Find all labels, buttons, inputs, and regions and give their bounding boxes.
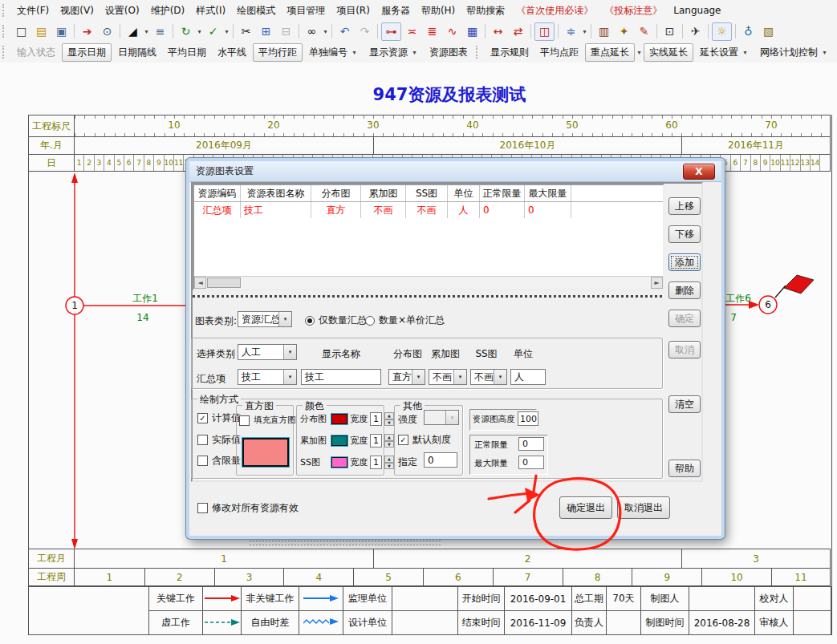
dropdown-arrow-icon[interactable]: ▾: [322, 28, 329, 35]
copy-icon[interactable]: ⊞: [257, 23, 275, 40]
menu-maintain[interactable]: 维护(D): [145, 2, 191, 20]
cut-icon[interactable]: ✂: [237, 23, 255, 40]
menu-server[interactable]: 服务器: [376, 2, 416, 20]
menu-project-mgmt[interactable]: 项目管理: [281, 2, 331, 20]
dist-width-spinner[interactable]: ▲▼: [384, 412, 394, 426]
report-books-icon[interactable]: ▥: [595, 23, 613, 40]
chart-height-input[interactable]: 100: [518, 411, 538, 426]
average-date-button[interactable]: 平均日期: [163, 43, 211, 62]
resource-list[interactable]: 资源编码资源表图名称分布图累加图SS图单位正常限量最大限量 汇总项技工直方不画不…: [193, 184, 664, 290]
ss-width-input[interactable]: 1: [370, 456, 382, 469]
spin-up-icon[interactable]: ▲: [384, 434, 394, 441]
chevron-down-icon[interactable]: ▾: [283, 370, 296, 384]
key-extend-button[interactable]: 重点延长: [585, 43, 635, 62]
ss-select[interactable]: 不画 ▾: [470, 369, 507, 385]
curve-icon[interactable]: ∿: [443, 23, 461, 40]
separate-number-button[interactable]: 单独编号▾: [304, 43, 363, 62]
menu-help[interactable]: 帮助(H): [416, 2, 461, 20]
network-plan-icon[interactable]: ⊶: [381, 22, 401, 41]
radio-quantity-sum[interactable]: 仅数量汇总: [305, 314, 367, 327]
dropdown-arrow-icon[interactable]: ▾: [411, 49, 418, 56]
ok-exit-button[interactable]: 确定退出: [559, 496, 612, 519]
dropdown-arrow-icon[interactable]: ▾: [821, 49, 828, 56]
spin-up-icon[interactable]: ▲: [384, 412, 394, 419]
category-select[interactable]: 人工 ▾: [238, 344, 297, 360]
dist-select[interactable]: 直方 ▾: [388, 369, 425, 385]
horizontal-scrollbar[interactable]: ◄ ►: [194, 276, 663, 289]
help-button[interactable]: 帮助: [668, 460, 701, 477]
chevron-down-icon[interactable]: ▾: [283, 345, 296, 359]
extend-settings-button[interactable]: 延长设置▾: [695, 43, 754, 62]
dropdown-arrow-icon[interactable]: ▾: [581, 28, 588, 35]
task-table-icon[interactable]: ≣: [423, 23, 441, 40]
baseline-icon[interactable]: ≍: [403, 23, 421, 40]
dropdown-arrow-icon[interactable]: ▾: [223, 28, 230, 35]
find-icon[interactable]: ∞: [303, 23, 321, 40]
redo-icon[interactable]: ↷: [356, 23, 374, 40]
resource-chart-icon[interactable]: ◫: [534, 22, 555, 41]
spell-check-icon[interactable]: ✓: [204, 23, 222, 40]
dist-width-input[interactable]: 1: [370, 412, 382, 426]
dropdown-arrow-icon[interactable]: ▾: [143, 28, 150, 35]
scrollbar-thumb[interactable]: [207, 277, 241, 288]
actual-value-checkbox[interactable]: 实际值: [197, 433, 241, 447]
calendar-icon[interactable]: ⊡: [660, 23, 679, 40]
spin-down-icon[interactable]: ▼: [384, 441, 394, 448]
chevron-down-icon[interactable]: ▾: [453, 370, 466, 384]
extend-width-icon[interactable]: ↔: [489, 23, 507, 40]
resource-list-row[interactable]: 汇总项技工直方不画不画人00: [194, 202, 663, 218]
show-date-button[interactable]: 显示日期: [62, 43, 112, 62]
assign-input[interactable]: 0: [424, 452, 457, 468]
compress-width-icon[interactable]: ⇄: [509, 23, 527, 40]
draw-style-icon[interactable]: ◢: [124, 23, 142, 40]
menu-project[interactable]: 项目(R): [331, 2, 376, 20]
cancel-exit-button[interactable]: 取消退出: [617, 496, 670, 519]
chevron-down-icon[interactable]: ▾: [494, 370, 506, 384]
average-point-spacing-button[interactable]: 平均点距: [535, 43, 583, 62]
accum-color-swatch[interactable]: [331, 435, 347, 446]
add-button[interactable]: 添加: [668, 253, 701, 271]
fill-histogram-checkbox[interactable]: 填充直方图: [239, 415, 296, 426]
network-plan-control-button[interactable]: 网络计划控制▾: [755, 43, 833, 62]
date-gridline-button[interactable]: 日期隔线: [113, 43, 161, 62]
menu-draw-mode[interactable]: 绘图模式: [231, 2, 281, 20]
edit-pen-icon[interactable]: ✎: [635, 23, 653, 40]
clear-button[interactable]: 清空: [668, 395, 701, 413]
ss-width-spinner[interactable]: ▲▼: [384, 456, 394, 469]
average-lines-icon[interactable]: ≑: [562, 23, 580, 40]
move-up-button[interactable]: 上移: [668, 197, 701, 215]
plane-icon[interactable]: ✈: [686, 23, 705, 40]
globe-icon[interactable]: ♁: [739, 23, 758, 40]
calc-value-checkbox[interactable]: ✓ 计算值: [197, 411, 241, 425]
paste-icon[interactable]: ⊟: [277, 23, 295, 40]
scroll-left-icon[interactable]: ◄: [194, 277, 206, 289]
menu-settings[interactable]: 设置(O): [100, 2, 145, 20]
include-limit-checkbox[interactable]: 含限量: [197, 454, 241, 468]
show-rules-button[interactable]: 显示规则: [486, 43, 534, 62]
menu-bid-notice[interactable]: 《投标注意》: [599, 2, 668, 20]
normal-limit-input[interactable]: 0: [518, 437, 544, 451]
resource-chart-button[interactable]: 资源图表: [425, 43, 473, 62]
open-folder-icon[interactable]: ▤: [32, 23, 51, 40]
display-name-input[interactable]: 技工: [301, 369, 381, 385]
tools-icon[interactable]: ✦: [615, 23, 633, 40]
dist-color-swatch[interactable]: [331, 414, 347, 424]
menu-first-use[interactable]: 《首次使用必读》: [510, 2, 599, 20]
default-scale-checkbox[interactable]: ✓ 默认刻度: [398, 433, 451, 447]
dropdown-arrow-icon[interactable]: ▾: [636, 49, 643, 56]
save-icon[interactable]: ▣: [52, 23, 71, 40]
print-preview-icon[interactable]: ⊙: [98, 23, 116, 40]
spin-down-icon[interactable]: ▼: [384, 463, 394, 470]
accum-select[interactable]: 不画 ▾: [429, 369, 467, 385]
solid-extend-button[interactable]: 实线延长: [644, 43, 693, 62]
menu-view[interactable]: 视图(V): [55, 2, 100, 20]
show-resource-button[interactable]: 显示资源▾: [364, 43, 423, 62]
undo-icon[interactable]: ↶: [335, 23, 354, 40]
dropdown-arrow-icon[interactable]: ▾: [196, 28, 203, 35]
histogram-color-swatch[interactable]: [242, 438, 289, 467]
folder-export-icon[interactable]: ▧: [759, 23, 778, 40]
average-row-spacing-button[interactable]: 平均行距: [253, 43, 303, 62]
accum-width-spinner[interactable]: ▲▼: [384, 434, 394, 448]
spin-down-icon[interactable]: ▼: [384, 419, 394, 427]
chevron-down-icon[interactable]: ▾: [412, 370, 425, 384]
